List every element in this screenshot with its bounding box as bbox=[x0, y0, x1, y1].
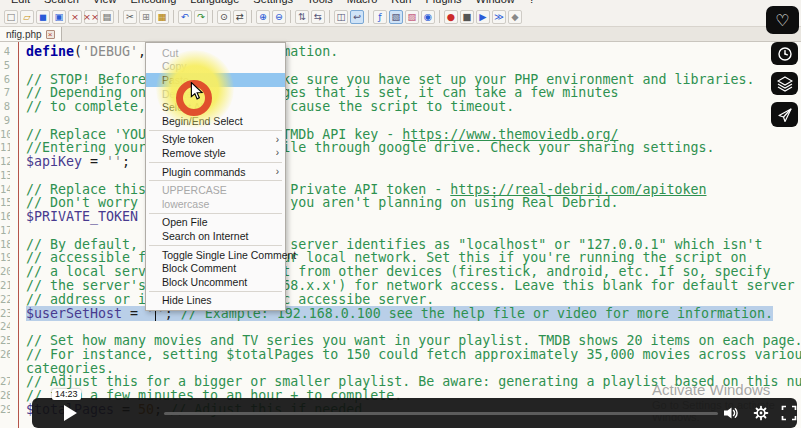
play-button[interactable] bbox=[64, 405, 77, 421]
menu-item-style-token[interactable]: Style token› bbox=[146, 133, 285, 147]
code-line[interactable]: 4define('DEBUG', false); // information. bbox=[0, 45, 801, 59]
code-editor[interactable]: 4define('DEBUG', false); // information.… bbox=[0, 42, 801, 428]
print-icon[interactable]: ▤ bbox=[100, 10, 114, 24]
code-line[interactable]: 22// address or if you use a public acce… bbox=[0, 293, 801, 307]
menu-run[interactable]: Run bbox=[384, 0, 418, 7]
code-segment: // the server's IP (e.g., '192.168.x.x')… bbox=[26, 278, 795, 293]
menu-plugins[interactable]: Plugins bbox=[419, 0, 469, 7]
menu-item-plugin-commands[interactable]: Plugin commands› bbox=[146, 165, 285, 179]
code-line[interactable]: 19// accessible from devices on your loc… bbox=[0, 251, 801, 265]
menu-search[interactable]: Search bbox=[37, 0, 86, 7]
code-text: $userSetHost = ''; // Example: 192.168.0… bbox=[19, 307, 773, 321]
code-line[interactable]: 14// Replace this with your Debrid Priva… bbox=[0, 183, 801, 197]
code-line[interactable]: 6// STOP! Before you run this, make sure… bbox=[0, 73, 801, 87]
menu-view[interactable]: View bbox=[86, 0, 124, 7]
progress-bar[interactable] bbox=[164, 412, 718, 415]
line-number bbox=[0, 362, 10, 376]
close-icon[interactable]: × bbox=[68, 10, 82, 24]
open-file-icon[interactable]: ▱ bbox=[20, 10, 34, 24]
sync-horizontal-scroll-icon[interactable]: ⇆ bbox=[311, 10, 325, 24]
zoom-in-icon[interactable]: ⊕ bbox=[256, 10, 270, 24]
macro-save-icon[interactable]: ◆ bbox=[508, 10, 522, 24]
code-line[interactable]: 12$apiKey = ''; bbox=[0, 155, 801, 169]
copy-icon[interactable]: ⊞ bbox=[139, 10, 153, 24]
menu-edit[interactable]: Edit bbox=[4, 0, 37, 7]
code-line[interactable]: categories. bbox=[0, 362, 801, 376]
volume-button[interactable] bbox=[722, 405, 740, 421]
cut-icon[interactable]: ✂ bbox=[123, 10, 137, 24]
code-line[interactable]: 24 bbox=[0, 320, 801, 334]
save-all-icon[interactable]: ▣ bbox=[52, 10, 66, 24]
code-line[interactable]: 25// Set how many movies and TV series y… bbox=[0, 334, 801, 348]
menu-language[interactable]: Language bbox=[183, 0, 246, 7]
undo-icon[interactable]: ↶ bbox=[178, 10, 192, 24]
menu-macro[interactable]: Macro bbox=[340, 0, 385, 7]
folder-as-workspace-icon[interactable]: ▨ bbox=[405, 10, 419, 24]
code-line[interactable]: 26// For instance, setting $totalPages t… bbox=[0, 348, 801, 362]
menu-window[interactable]: Window bbox=[469, 0, 522, 7]
macro-record-icon[interactable]: ● bbox=[444, 10, 458, 24]
menu-item-remove-style[interactable]: Remove style› bbox=[146, 146, 285, 160]
menu-item-block-comment[interactable]: Block Comment bbox=[146, 261, 285, 275]
menu-item-open-file[interactable]: Open File bbox=[146, 216, 285, 230]
toolbar-separator bbox=[212, 10, 213, 23]
code-line[interactable]: 9 bbox=[0, 114, 801, 128]
paste-icon[interactable]: ▦ bbox=[155, 10, 169, 24]
code-line[interactable]: 21// the server's IP (e.g., '192.168.x.x… bbox=[0, 279, 801, 293]
code-segment: // Set how many movies and TV series you… bbox=[26, 333, 801, 348]
code-line[interactable]: 7// Depending on the number of pages tha… bbox=[0, 86, 801, 100]
code-line[interactable]: 17 bbox=[0, 224, 801, 238]
code-line[interactable]: 23$userSetHost = ''; // Example: 192.168… bbox=[0, 307, 801, 321]
document-map-icon[interactable]: ▧ bbox=[389, 10, 403, 24]
replace-icon[interactable]: ⇄ bbox=[233, 10, 247, 24]
function-list-icon[interactable]: ƒ bbox=[373, 10, 387, 24]
menu-item-label: UPPERCASE bbox=[162, 184, 279, 196]
watch-later-button[interactable] bbox=[771, 42, 798, 65]
document-switcher-icon[interactable]: ◫ bbox=[334, 10, 348, 24]
menu-encoding[interactable]: Encoding bbox=[123, 0, 183, 7]
menu-help[interactable]: ? bbox=[522, 0, 542, 7]
tab-close-icon[interactable]: × bbox=[46, 30, 55, 39]
new-file-icon[interactable]: □ bbox=[4, 10, 18, 24]
code-line[interactable]: 18// By default, currently the web serve… bbox=[0, 238, 801, 252]
collections-button[interactable] bbox=[771, 72, 798, 95]
menu-item-search-on-internet[interactable]: Search on Internet bbox=[146, 229, 285, 243]
menu-item-hide-lines[interactable]: Hide Lines bbox=[146, 294, 285, 308]
share-button[interactable] bbox=[771, 102, 798, 127]
menu-settings[interactable]: Settings bbox=[246, 0, 300, 7]
code-text bbox=[19, 114, 26, 128]
code-line[interactable]: 11//Entering your key to get the file th… bbox=[0, 141, 801, 155]
close-all-icon[interactable]: ×× bbox=[84, 10, 98, 24]
find-icon[interactable]: ⊙ bbox=[217, 10, 231, 24]
settings-button[interactable] bbox=[752, 405, 770, 421]
word-wrap-icon[interactable]: ↩ bbox=[350, 10, 364, 24]
menu-separator bbox=[149, 245, 282, 246]
zoom-out-icon[interactable]: ⊖ bbox=[272, 10, 286, 24]
code-line[interactable]: 15// Don't worry about this one if you a… bbox=[0, 196, 801, 210]
macro-play-icon[interactable]: ▶ bbox=[476, 10, 490, 24]
menu-item-toggle-single-line-comment[interactable]: Toggle Single Line Comment bbox=[146, 248, 285, 262]
fullscreen-button[interactable] bbox=[780, 405, 798, 421]
gear-icon bbox=[753, 405, 769, 421]
line-number: 23 bbox=[0, 307, 10, 321]
like-button[interactable]: ♡ bbox=[766, 6, 799, 34]
macro-run-multiple-icon[interactable]: ≫ bbox=[492, 10, 506, 24]
submenu-arrow-icon: › bbox=[276, 134, 279, 145]
toolbar: □▱◼▣×××▤✂⊞▦↶↷⊙⇄⊕⊖⇅⇆◫↩ƒ▧▨◉●■▶≫◆ bbox=[0, 7, 801, 27]
tab-config-php[interactable]: nfig.php × bbox=[0, 27, 62, 41]
menu-item-block-uncomment[interactable]: Block Uncomment bbox=[146, 275, 285, 289]
menu-tools[interactable]: Tools bbox=[300, 0, 340, 7]
code-line[interactable]: 10// Replace 'YOUR KEY' with your TMDb A… bbox=[0, 128, 801, 142]
line-number: 25 bbox=[0, 334, 10, 348]
redo-icon[interactable]: ↷ bbox=[194, 10, 208, 24]
monitoring-icon[interactable]: ◉ bbox=[421, 10, 435, 24]
code-line[interactable]: 16$PRIVATE_TOKEN = ''; bbox=[0, 210, 801, 224]
code-line[interactable]: 13 bbox=[0, 169, 801, 183]
code-line[interactable]: 8// to complete, or it could even cause … bbox=[0, 100, 801, 114]
sync-vertical-scroll-icon[interactable]: ⇅ bbox=[295, 10, 309, 24]
toolbar-separator bbox=[173, 10, 174, 23]
code-line[interactable]: 5 bbox=[0, 59, 801, 73]
save-icon[interactable]: ◼ bbox=[36, 10, 50, 24]
macro-stop-icon[interactable]: ■ bbox=[460, 10, 474, 24]
code-line[interactable]: 20// a local server and you want it from… bbox=[0, 265, 801, 279]
